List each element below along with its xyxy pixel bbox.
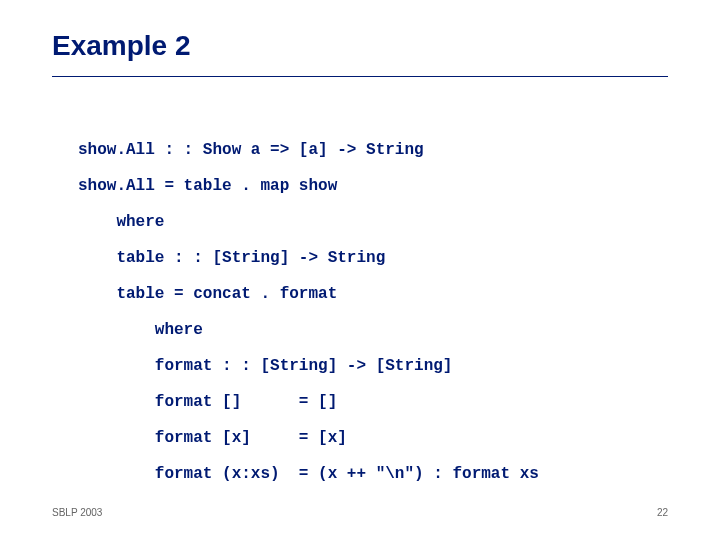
code-line: table = concat . format — [78, 285, 337, 303]
footer-left: SBLP 2003 — [52, 507, 102, 518]
slide-title: Example 2 — [52, 30, 191, 62]
code-line: show.All = table . map show — [78, 177, 337, 195]
title-rule — [52, 76, 668, 77]
code-line: show.All : : Show a => [a] -> String — [78, 141, 424, 159]
code-line: where — [78, 213, 164, 231]
slide: Example 2 show.All : : Show a => [a] -> … — [0, 0, 720, 540]
code-line: where — [78, 321, 203, 339]
code-line: format (x:xs) = (x ++ "\n") : format xs — [78, 465, 539, 483]
code-line: format [x] = [x] — [78, 429, 347, 447]
code-line: format : : [String] -> [String] — [78, 357, 452, 375]
page-number: 22 — [657, 507, 668, 518]
code-line: table : : [String] -> String — [78, 249, 385, 267]
code-line: format [] = [] — [78, 393, 337, 411]
code-block: show.All : : Show a => [a] -> String sho… — [78, 132, 539, 492]
